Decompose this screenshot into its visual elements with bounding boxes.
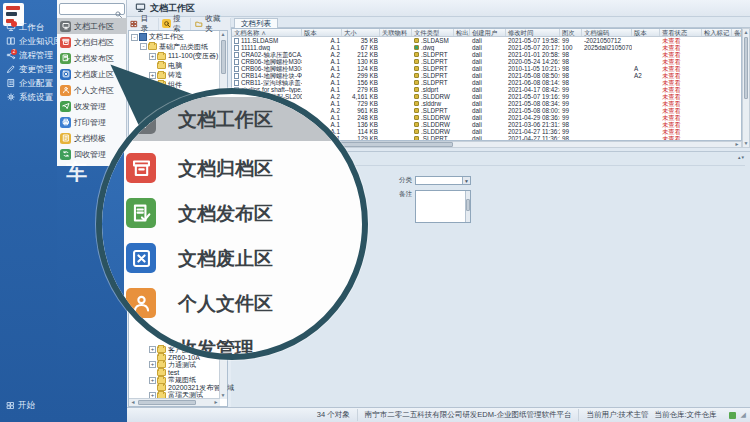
tree-expander-icon[interactable]: + xyxy=(149,53,156,60)
scroll-up-icon[interactable]: ▲ xyxy=(742,29,750,36)
column-header-3[interactable]: 大小 xyxy=(342,29,380,36)
tree-expander-icon[interactable]: - xyxy=(140,43,147,50)
toolbar-button-label: 收藏夹 xyxy=(205,14,227,34)
table-row-2[interactable]: 11111.dwgA.167 KB.dwgdali2021-05-07 20:1… xyxy=(232,44,741,51)
category-select[interactable]: ▼ xyxy=(415,176,471,185)
table-row-9[interactable]: CR010A0-装配-SL2009A.24,161 KB.SLDDRWdali2… xyxy=(232,93,741,100)
toolbar-button-3[interactable]: 收藏夹 xyxy=(191,18,231,30)
magnified-item-2[interactable]: 文档归档区 xyxy=(102,146,362,190)
cell: 99 xyxy=(560,37,582,44)
table-row-3[interactable]: CRA02-轴承压盖6CA.SLDPRTA.2212 KB.SLDPRTdali… xyxy=(232,51,741,58)
cell: A.1 xyxy=(302,58,342,65)
column-header-8[interactable]: 修改时间 xyxy=(506,29,560,36)
scroll-left-icon[interactable]: ◄ xyxy=(129,399,137,406)
table-row-5[interactable]: CRB06-地脚螺栓M30×1.5.TL..A.1124 KB.SLDPRTda… xyxy=(232,65,741,72)
tab-doc-list[interactable]: 文档列表 xyxy=(234,18,278,28)
cell: 未查看 xyxy=(660,72,702,79)
table-row-7[interactable]: CRB11-深沟球轴承盖-Φ5613..A.1156 KB.SLDPRTdali… xyxy=(232,79,741,86)
column-header-2[interactable]: 版本 xyxy=(302,29,342,36)
column-header-14[interactable]: 备注 xyxy=(732,29,742,36)
tree-node-label: 111-100(变压器) xyxy=(168,51,218,61)
filetype-icon xyxy=(414,66,419,71)
tree-node-基础产品类图纸[interactable]: -基础产品类图纸 xyxy=(131,43,223,51)
column-header-6[interactable]: 检出用户 xyxy=(454,29,470,36)
sidebar-item-2[interactable]: 文档归档区 xyxy=(57,34,127,50)
nav-item-2[interactable]: 企业知识库 xyxy=(0,35,57,49)
cell: dali xyxy=(470,107,506,114)
cell: A.1 xyxy=(302,79,342,86)
filetype-icon xyxy=(414,115,419,120)
sidebar-item-7[interactable]: 打印管理 xyxy=(57,114,127,130)
cell: dali xyxy=(470,114,506,121)
column-header-12[interactable]: 查看状态 xyxy=(660,29,702,36)
scroll-down-icon[interactable]: ▼ xyxy=(219,392,227,399)
building-icon xyxy=(6,78,19,90)
sidebar-item-6[interactable]: 收发管理 xyxy=(57,98,127,114)
cell: A.2 xyxy=(302,93,342,100)
tree-expander-icon[interactable]: - xyxy=(131,34,138,41)
cell: 2021-04-27 11:36:23 xyxy=(506,128,560,135)
cell: 2021-05-08 08:50:02 xyxy=(506,72,560,79)
nav-item-4[interactable]: 变更管理 xyxy=(0,63,57,77)
tree-horizontal-scrollbar[interactable]: ◄ ► xyxy=(129,398,220,406)
sidebar-item-8[interactable]: 文档模板 xyxy=(57,130,127,146)
column-header-11[interactable]: 版本 xyxy=(632,29,660,36)
remark-scrollbar[interactable] xyxy=(465,191,470,222)
search-input[interactable] xyxy=(61,4,113,14)
remark-textarea[interactable] xyxy=(415,190,471,223)
magnified-item-4[interactable]: 文档废止区 xyxy=(102,236,362,280)
scroll-right-icon[interactable]: ► xyxy=(212,399,220,406)
column-header-10[interactable]: 文档编码 xyxy=(582,29,632,36)
cell: 99 xyxy=(560,93,582,100)
magnified-item-3[interactable]: 文档发布区 xyxy=(102,191,362,235)
nav-item-5[interactable]: 企业配置 xyxy=(0,77,57,91)
archive-icon xyxy=(126,153,156,183)
remark-label: 备注 xyxy=(399,190,412,199)
cell: dali xyxy=(470,86,506,93)
tree-node-力通测试[interactable]: +力通测试 xyxy=(131,361,223,369)
chevron-down-icon[interactable]: ▼ xyxy=(462,177,470,185)
table-vertical-scrollbar[interactable]: ▲ ▼ xyxy=(742,28,750,148)
table-header: 文档名称 ∧版本大小关联物料文件类型检出用户创建用户修改时间图次文档编码版本查看… xyxy=(232,29,741,37)
sidebar-item-1[interactable]: 文档工作区 xyxy=(57,18,127,34)
start-button[interactable]: 开始 xyxy=(6,400,35,412)
nav-item-3[interactable]: 流程管理2 xyxy=(0,49,57,63)
column-header-7[interactable]: 创建用户 xyxy=(470,29,506,36)
nav-item-6[interactable]: 系统设置 xyxy=(0,91,57,105)
column-header-1[interactable]: 文档名称 ∧ xyxy=(232,29,302,36)
scroll-down-icon[interactable]: ▼ xyxy=(742,140,750,147)
table-row-10[interactable]: CRD05-CITII马达A.1729 KB.slddrwdali2021-05… xyxy=(232,100,741,107)
panel-collapse-icon[interactable]: ▴▾ xyxy=(738,154,745,160)
tree-expander-icon[interactable]: + xyxy=(149,72,156,79)
cell: .SLDPRT xyxy=(412,79,454,86)
magnified-item-5[interactable]: 个人文件区 xyxy=(102,281,362,325)
nav-item-1[interactable]: 工作台 xyxy=(0,21,57,35)
tree-node-文档工作区[interactable]: -文档工作区 xyxy=(131,33,223,41)
scroll-right-icon[interactable]: ► xyxy=(733,141,741,148)
column-header-9[interactable]: 图次 xyxy=(560,29,582,36)
sidebar-item-3[interactable]: 文档发布区 xyxy=(57,50,127,66)
cell: 99 xyxy=(560,86,582,93)
cell: 2010-11-05 10:21:45 xyxy=(506,65,560,72)
tree-expander-icon[interactable]: + xyxy=(149,361,156,368)
personal-icon xyxy=(60,85,71,96)
nav-rail-items: 工作台企业知识库流程管理2变更管理企业配置系统设置 xyxy=(0,21,57,105)
tree-node-电脑[interactable]: 电脑 xyxy=(131,62,223,70)
column-header-4[interactable]: 关联物料 xyxy=(380,29,412,36)
cell: 98 xyxy=(560,58,582,65)
cell: .SLDDRW xyxy=(412,93,454,100)
column-header-13[interactable]: 检入标记 xyxy=(702,29,732,36)
toolbar-button-1[interactable]: 目录 xyxy=(127,18,159,30)
cell: 2021-05-07 19:16:22 xyxy=(506,93,560,100)
toolbar-button-2[interactable]: 搜索 xyxy=(159,18,191,30)
table-row-8[interactable]: circlips for shaft--type..A.1279 KB.sldp… xyxy=(232,86,741,93)
status-icon xyxy=(729,412,736,419)
table-row-4[interactable]: CRB06-地脚螺栓M30×1.5×1...A.1130 KB.SLDPRTda… xyxy=(232,58,741,65)
table-row-1[interactable]: 111.SLDASMA.135 KB.SLDASMdali2021-05-07 … xyxy=(232,37,741,44)
sidebar-item-5[interactable]: 个人文件区 xyxy=(57,82,127,98)
table-row-6[interactable]: CRB14-地脚螺栓块-Φ2008000..A.2299 KB.SLDPRTda… xyxy=(232,72,741,79)
tree-node-111-100(变压器)[interactable]: +111-100(变压器) xyxy=(131,52,223,60)
column-header-5[interactable]: 文件类型 xyxy=(412,29,454,36)
tree-expander-icon[interactable]: + xyxy=(149,377,156,384)
tree-expander-icon[interactable]: + xyxy=(149,346,156,353)
